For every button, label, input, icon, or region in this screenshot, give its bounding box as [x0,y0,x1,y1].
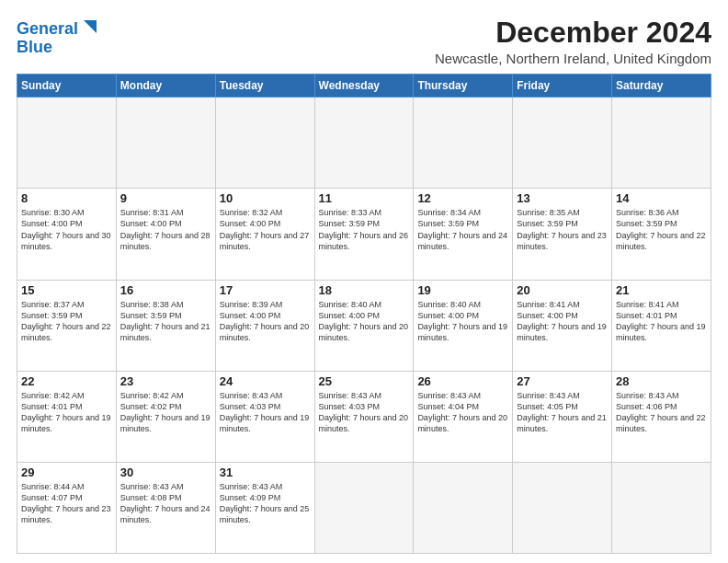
calendar-header-cell: Wednesday [314,75,414,98]
calendar-cell: 24 Sunrise: 8:43 AMSunset: 4:03 PMDaylig… [215,371,314,462]
day-number: 8 [21,191,112,205]
day-number: 16 [120,283,211,297]
day-number: 18 [319,283,410,297]
cell-info: Sunrise: 8:42 AMSunset: 4:01 PMDaylight:… [21,391,111,433]
subtitle: Newcastle, Northern Ireland, United King… [435,51,711,66]
cell-info: Sunrise: 8:41 AMSunset: 4:00 PMDaylight:… [517,300,607,342]
calendar-header-cell: Saturday [612,75,711,98]
cell-info: Sunrise: 8:43 AMSunset: 4:03 PMDaylight:… [220,391,310,433]
calendar-cell: 30 Sunrise: 8:43 AMSunset: 4:08 PMDaylig… [116,462,215,553]
page: General Blue December 2024 Newcastle, No… [0,0,728,563]
calendar-cell: 19 Sunrise: 8:40 AMSunset: 4:00 PMDaylig… [414,280,513,371]
calendar-header-cell: Monday [116,75,215,98]
logo-text2: Blue [17,39,52,57]
cell-info: Sunrise: 8:31 AMSunset: 4:00 PMDaylight:… [120,208,210,250]
calendar-cell: 26 Sunrise: 8:43 AMSunset: 4:04 PMDaylig… [414,371,513,462]
cell-info: Sunrise: 8:40 AMSunset: 4:00 PMDaylight:… [417,300,507,342]
calendar-header-cell: Tuesday [215,75,314,98]
cell-info: Sunrise: 8:43 AMSunset: 4:09 PMDaylight:… [220,482,310,524]
day-number: 26 [417,374,508,388]
day-number: 20 [517,283,608,297]
calendar-cell [17,98,117,189]
calendar-cell: 20 Sunrise: 8:41 AMSunset: 4:00 PMDaylig… [513,280,612,371]
cell-info: Sunrise: 8:32 AMSunset: 4:00 PMDaylight:… [220,208,310,250]
day-number: 25 [319,374,410,388]
calendar-cell [116,98,215,189]
cell-info: Sunrise: 8:42 AMSunset: 4:02 PMDaylight:… [120,391,210,433]
calendar-cell [513,98,612,189]
calendar-week-row: 22 Sunrise: 8:42 AMSunset: 4:01 PMDaylig… [17,371,711,462]
logo: General Blue [17,17,100,57]
calendar-header-cell: Thursday [414,75,513,98]
cell-info: Sunrise: 8:43 AMSunset: 4:05 PMDaylight:… [517,391,607,433]
calendar-cell: 8 Sunrise: 8:30 AMSunset: 4:00 PMDayligh… [17,189,117,280]
calendar-table: SundayMondayTuesdayWednesdayThursdayFrid… [17,74,711,554]
day-number: 23 [120,374,211,388]
calendar-cell: 9 Sunrise: 8:31 AMSunset: 4:00 PMDayligh… [116,189,215,280]
day-number: 27 [517,374,608,388]
day-number: 30 [120,465,211,479]
calendar-cell: 11 Sunrise: 8:33 AMSunset: 3:59 PMDaylig… [314,189,414,280]
calendar-cell: 21 Sunrise: 8:41 AMSunset: 4:01 PMDaylig… [612,280,711,371]
day-number: 9 [120,191,211,205]
cell-info: Sunrise: 8:38 AMSunset: 3:59 PMDaylight:… [120,300,210,342]
calendar-cell: 13 Sunrise: 8:35 AMSunset: 3:59 PMDaylig… [513,189,612,280]
calendar-cell: 16 Sunrise: 8:38 AMSunset: 3:59 PMDaylig… [116,280,215,371]
calendar-cell [314,462,414,553]
cell-info: Sunrise: 8:43 AMSunset: 4:04 PMDaylight:… [417,391,507,433]
calendar-cell: 29 Sunrise: 8:44 AMSunset: 4:07 PMDaylig… [17,462,117,553]
cell-info: Sunrise: 8:36 AMSunset: 3:59 PMDaylight:… [616,208,706,250]
cell-info: Sunrise: 8:44 AMSunset: 4:07 PMDaylight:… [21,482,111,524]
calendar-cell [215,98,314,189]
day-number: 10 [220,191,311,205]
cell-info: Sunrise: 8:40 AMSunset: 4:00 PMDaylight:… [319,300,409,342]
cell-info: Sunrise: 8:43 AMSunset: 4:06 PMDaylight:… [616,391,706,433]
calendar-header-cell: Friday [513,75,612,98]
calendar-header-cell: Sunday [17,75,117,98]
cell-info: Sunrise: 8:43 AMSunset: 4:08 PMDaylight:… [120,482,210,524]
day-number: 12 [417,191,508,205]
day-number: 24 [220,374,311,388]
day-number: 15 [21,283,112,297]
calendar-cell: 28 Sunrise: 8:43 AMSunset: 4:06 PMDaylig… [612,371,711,462]
day-number: 29 [21,465,112,479]
day-number: 21 [616,283,707,297]
logo-arrow-icon [80,17,100,37]
calendar-cell: 15 Sunrise: 8:37 AMSunset: 3:59 PMDaylig… [17,280,117,371]
calendar-cell [414,98,513,189]
calendar-cell: 12 Sunrise: 8:34 AMSunset: 3:59 PMDaylig… [414,189,513,280]
cell-info: Sunrise: 8:33 AMSunset: 3:59 PMDaylight:… [319,208,409,250]
cell-info: Sunrise: 8:30 AMSunset: 4:00 PMDaylight:… [21,208,111,250]
cell-info: Sunrise: 8:43 AMSunset: 4:03 PMDaylight:… [319,391,409,433]
calendar-cell [612,98,711,189]
calendar-cell [612,462,711,553]
cell-info: Sunrise: 8:41 AMSunset: 4:01 PMDaylight:… [616,300,706,342]
calendar-cell: 27 Sunrise: 8:43 AMSunset: 4:05 PMDaylig… [513,371,612,462]
calendar-cell: 22 Sunrise: 8:42 AMSunset: 4:01 PMDaylig… [17,371,117,462]
svg-marker-0 [84,20,97,33]
calendar-cell: 17 Sunrise: 8:39 AMSunset: 4:00 PMDaylig… [215,280,314,371]
calendar-week-row [17,98,711,189]
calendar-week-row: 29 Sunrise: 8:44 AMSunset: 4:07 PMDaylig… [17,462,711,553]
calendar-week-row: 8 Sunrise: 8:30 AMSunset: 4:00 PMDayligh… [17,189,711,280]
calendar-cell: 10 Sunrise: 8:32 AMSunset: 4:00 PMDaylig… [215,189,314,280]
calendar-header-row: SundayMondayTuesdayWednesdayThursdayFrid… [17,75,711,98]
cell-info: Sunrise: 8:34 AMSunset: 3:59 PMDaylight:… [417,208,507,250]
cell-info: Sunrise: 8:35 AMSunset: 3:59 PMDaylight:… [517,208,607,250]
calendar-week-row: 15 Sunrise: 8:37 AMSunset: 3:59 PMDaylig… [17,280,711,371]
calendar-cell: 18 Sunrise: 8:40 AMSunset: 4:00 PMDaylig… [314,280,414,371]
day-number: 11 [319,191,410,205]
day-number: 14 [616,191,707,205]
calendar-cell: 23 Sunrise: 8:42 AMSunset: 4:02 PMDaylig… [116,371,215,462]
calendar-cell: 31 Sunrise: 8:43 AMSunset: 4:09 PMDaylig… [215,462,314,553]
calendar-cell: 25 Sunrise: 8:43 AMSunset: 4:03 PMDaylig… [314,371,414,462]
title-block: December 2024 Newcastle, Northern Irelan… [435,17,711,66]
day-number: 17 [220,283,311,297]
calendar-body: 8 Sunrise: 8:30 AMSunset: 4:00 PMDayligh… [17,98,711,554]
calendar-cell [513,462,612,553]
main-title: December 2024 [435,17,711,49]
day-number: 19 [417,283,508,297]
calendar-cell [314,98,414,189]
day-number: 22 [21,374,112,388]
day-number: 28 [616,374,707,388]
